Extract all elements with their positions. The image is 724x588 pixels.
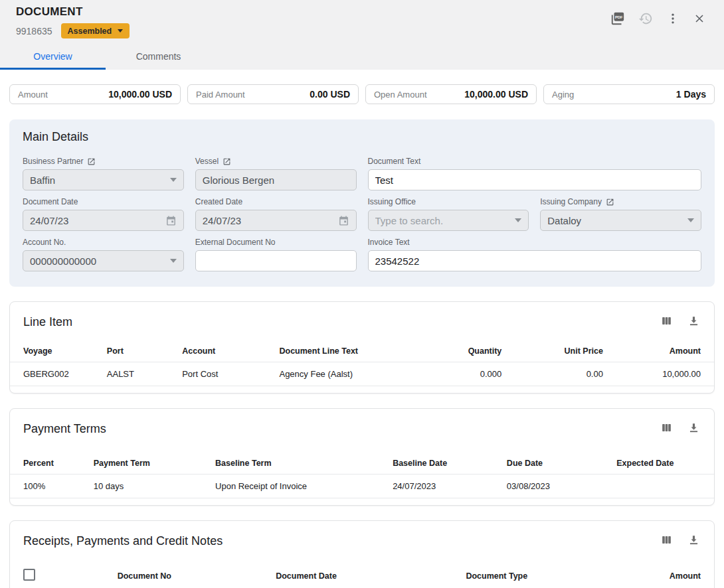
document-date-input: 24/07/23 xyxy=(23,210,184,231)
document-date-label: Document Date xyxy=(23,197,78,206)
download-icon xyxy=(687,534,700,548)
account-no-select: 000000000000 xyxy=(23,250,184,271)
page-title: DOCUMENT xyxy=(16,5,130,19)
receipts-table: Document No Document Date Document Type … xyxy=(10,559,714,588)
columns-icon xyxy=(660,421,673,436)
columns-icon xyxy=(660,315,673,329)
calendar-icon xyxy=(338,215,349,226)
vessel-field: Vessel Glorious Bergen xyxy=(195,157,357,190)
summary-value: 10,000.00 USD xyxy=(108,89,172,100)
external-document-no-field: External Document No xyxy=(195,238,357,271)
external-link-icon[interactable] xyxy=(87,157,96,166)
created-date-label: Created Date xyxy=(195,197,242,206)
business-partner-select: Baffin xyxy=(23,169,184,190)
invoice-text-input[interactable] xyxy=(368,250,702,271)
dropdown-caret-icon xyxy=(687,218,694,222)
kebab-menu-icon xyxy=(666,12,679,27)
receipts-heading: Receipts, Payments and Credit Notes xyxy=(23,534,223,548)
download-button[interactable] xyxy=(685,419,702,438)
column-settings-button[interactable] xyxy=(658,532,675,550)
line-item-section: Line Item Vo xyxy=(9,301,715,394)
invoice-text-label: Invoice Text xyxy=(368,238,410,247)
summary-card-open-amount: Open Amount 10,000.00 USD xyxy=(365,84,537,104)
receipts-header-row: Document No Document Date Document Type … xyxy=(10,559,714,588)
external-document-no-label: External Document No xyxy=(195,238,276,247)
external-link-icon[interactable] xyxy=(223,157,231,166)
status-badge-dropdown[interactable]: Assembled xyxy=(61,23,130,38)
account-no-label: Account No. xyxy=(23,238,66,247)
summary-card-paid-amount: Paid Amount 0.00 USD xyxy=(187,84,359,104)
summary-card-amount: Amount 10,000.00 USD xyxy=(9,84,181,104)
history-button[interactable] xyxy=(636,9,655,30)
download-button[interactable] xyxy=(685,313,702,331)
payment-terms-section: Payment Terms xyxy=(9,408,715,506)
summary-value: 1 Days xyxy=(676,89,706,100)
payment-terms-row: 100% 10 days Upon Receipt of Invoice 24/… xyxy=(10,475,714,498)
main-details-heading: Main Details xyxy=(23,130,701,144)
svg-text:PDF: PDF xyxy=(615,15,623,19)
issuing-company-label: Issuing Company xyxy=(540,197,602,206)
document-number: 9918635 xyxy=(16,26,52,37)
issuing-company-select: Dataloy xyxy=(540,210,701,231)
vessel-label: Vessel xyxy=(195,157,219,166)
overview-content: Amount 10,000.00 USD Paid Amount 0.00 US… xyxy=(0,70,724,588)
summary-row: Amount 10,000.00 USD Paid Amount 0.00 US… xyxy=(9,84,715,104)
document-date-field: Document Date 24/07/23 xyxy=(23,197,184,231)
issuing-office-placeholder: Type to search. xyxy=(375,215,515,226)
summary-label: Aging xyxy=(552,90,574,100)
column-settings-button[interactable] xyxy=(658,419,675,438)
title-block: DOCUMENT 9918635 Assembled xyxy=(16,5,130,38)
status-badge-label: Assembled xyxy=(68,27,112,36)
business-partner-field: Business Partner Baffin xyxy=(23,157,184,190)
close-button[interactable] xyxy=(691,10,708,29)
summary-label: Open Amount xyxy=(374,90,427,100)
line-item-header-row: Voyage Port Account Document Line Text Q… xyxy=(10,340,714,362)
payment-terms-heading: Payment Terms xyxy=(23,422,106,436)
payment-terms-header-row: Percent Payment Term Baseline Term Basel… xyxy=(10,453,714,475)
tab-bar: Overview Comments xyxy=(0,44,724,70)
external-document-no-input[interactable] xyxy=(195,250,357,271)
download-button[interactable] xyxy=(685,532,702,550)
issuing-office-field: Issuing Office Type to search. xyxy=(368,197,529,231)
select-all-checkbox[interactable] xyxy=(23,569,35,581)
dropdown-caret-icon xyxy=(515,218,521,222)
document-text-input[interactable] xyxy=(368,169,702,190)
download-icon xyxy=(687,421,700,436)
chevron-down-icon xyxy=(118,29,123,33)
created-date-input: 24/07/23 xyxy=(195,210,357,231)
main-details-section: Main Details Business Partner Baffin Ves… xyxy=(9,119,715,287)
invoice-text-field: Invoice Text xyxy=(368,238,702,271)
topbar: DOCUMENT 9918635 Assembled PDF xyxy=(0,0,724,70)
history-icon xyxy=(638,11,653,28)
close-icon xyxy=(693,12,706,27)
issuing-company-field: Issuing Company Dataloy xyxy=(540,197,701,231)
columns-icon xyxy=(660,534,673,548)
business-partner-label: Business Partner xyxy=(23,157,83,166)
receipts-section: Receipts, Payments and Credit Notes xyxy=(9,520,715,588)
document-text-label: Document Text xyxy=(368,157,421,166)
download-icon xyxy=(687,315,700,329)
document-text-field: Document Text xyxy=(368,157,702,190)
issuing-office-label: Issuing Office xyxy=(368,197,416,206)
summary-value: 0.00 USD xyxy=(310,89,350,100)
line-item-heading: Line Item xyxy=(23,315,72,329)
account-no-field: Account No. 000000000000 xyxy=(23,238,184,271)
pdf-icon: PDF xyxy=(610,11,625,28)
summary-label: Paid Amount xyxy=(196,90,245,100)
summary-label: Amount xyxy=(18,90,48,100)
column-settings-button[interactable] xyxy=(658,313,675,331)
line-item-row: GBERG002 AALST Port Cost Agency Fee (Aal… xyxy=(10,362,714,386)
dropdown-caret-icon xyxy=(170,178,177,182)
summary-card-aging: Aging 1 Days xyxy=(543,84,715,104)
summary-value: 10,000.00 USD xyxy=(464,89,528,100)
issuing-office-select: Type to search. xyxy=(368,210,529,231)
tab-overview[interactable]: Overview xyxy=(0,44,106,70)
dropdown-caret-icon xyxy=(170,259,177,263)
payment-terms-table: Percent Payment Term Baseline Term Basel… xyxy=(10,453,714,498)
created-date-field: Created Date 24/07/23 xyxy=(195,197,357,231)
more-menu-button[interactable] xyxy=(664,10,681,29)
line-item-table: Voyage Port Account Document Line Text Q… xyxy=(10,340,714,386)
external-link-icon[interactable] xyxy=(606,198,614,206)
tab-comments[interactable]: Comments xyxy=(106,44,211,70)
pdf-export-button[interactable]: PDF xyxy=(608,9,627,30)
